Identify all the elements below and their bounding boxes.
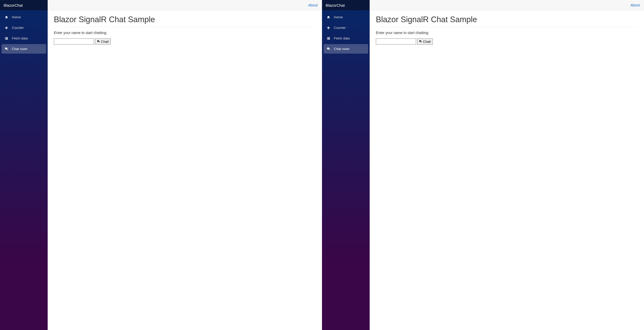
page-title: Blazor SignalR Chat Sample — [54, 15, 316, 24]
content-wrap: About Blazor SignalR Chat Sample Enter y… — [370, 0, 644, 330]
sidebar-item-counter[interactable]: Counter — [324, 23, 368, 32]
chat-icon — [97, 40, 100, 43]
sidebar-item-home[interactable]: Home — [324, 12, 368, 22]
svg-rect-9 — [328, 38, 330, 38]
plus-icon — [4, 26, 9, 30]
prompt-text: Enter your name to start chatting: — [376, 31, 638, 35]
home-icon — [4, 15, 9, 20]
sidebar-item-fetch-data[interactable]: Fetch data — [2, 34, 46, 43]
divider — [376, 27, 638, 27]
chat-form: Chat! — [54, 38, 316, 45]
about-link[interactable]: About — [308, 3, 318, 7]
chat-icon — [326, 47, 331, 51]
chat-button[interactable]: Chat! — [95, 38, 111, 45]
svg-rect-5 — [6, 39, 8, 39]
top-row: About — [48, 0, 322, 10]
svg-rect-1 — [6, 37, 8, 38]
sidebar-item-label: Fetch data — [12, 36, 28, 40]
svg-rect-2 — [5, 38, 6, 38]
window-1: BlazorChat Home Counter — [0, 0, 322, 330]
main-content: Blazor SignalR Chat Sample Enter your na… — [48, 10, 322, 49]
svg-rect-6 — [327, 37, 328, 38]
sidebar-item-label: Chat room — [334, 47, 350, 51]
svg-rect-4 — [5, 39, 6, 39]
svg-rect-3 — [6, 38, 8, 38]
brand[interactable]: BlazorChat — [0, 0, 48, 10]
list-icon — [326, 36, 331, 41]
content-wrap: About Blazor SignalR Chat Sample Enter y… — [48, 0, 322, 330]
main-content: Blazor SignalR Chat Sample Enter your na… — [370, 10, 644, 49]
name-input[interactable] — [376, 38, 416, 45]
sidebar-item-fetch-data[interactable]: Fetch data — [324, 34, 368, 43]
chat-icon — [4, 47, 9, 51]
sidebar-item-counter[interactable]: Counter — [2, 23, 46, 32]
sidebar: BlazorChat Home Counter — [0, 0, 48, 330]
sidebar-item-label: Counter — [334, 26, 346, 30]
sidebar-item-label: Home — [12, 15, 21, 19]
sidebar-item-chat-room[interactable]: Chat room — [2, 44, 46, 54]
home-icon — [326, 15, 331, 20]
plus-icon — [326, 26, 331, 30]
divider — [54, 27, 316, 27]
page-title: Blazor SignalR Chat Sample — [376, 15, 638, 24]
nav-menu: Home Counter Fetch data — [0, 10, 48, 56]
chat-button-label: Chat! — [423, 40, 431, 44]
prompt-text: Enter your name to start chatting: — [54, 31, 316, 35]
sidebar-item-label: Chat room — [12, 47, 28, 51]
svg-rect-10 — [327, 39, 328, 39]
brand[interactable]: BlazorChat — [322, 0, 370, 10]
nav-menu: Home Counter Fetch data — [322, 10, 370, 56]
sidebar-item-chat-room[interactable]: Chat room — [324, 44, 368, 54]
about-link[interactable]: About — [630, 3, 640, 7]
sidebar-item-label: Home — [334, 15, 343, 19]
svg-rect-0 — [5, 37, 6, 38]
viewport: BlazorChat Home Counter — [0, 0, 644, 330]
chat-form: Chat! — [376, 38, 638, 45]
sidebar-item-home[interactable]: Home — [2, 12, 46, 22]
svg-rect-7 — [328, 37, 330, 38]
top-row: About — [370, 0, 644, 10]
svg-rect-8 — [327, 38, 328, 38]
chat-button[interactable]: Chat! — [417, 38, 433, 45]
sidebar-item-label: Counter — [12, 26, 24, 30]
name-input[interactable] — [54, 38, 94, 45]
svg-rect-11 — [328, 39, 330, 39]
list-icon — [4, 36, 9, 41]
chat-icon — [419, 40, 422, 43]
sidebar-item-label: Fetch data — [334, 36, 350, 40]
chat-button-label: Chat! — [101, 40, 109, 44]
window-2: BlazorChat Home Counter — [322, 0, 644, 330]
sidebar: BlazorChat Home Counter — [322, 0, 370, 330]
